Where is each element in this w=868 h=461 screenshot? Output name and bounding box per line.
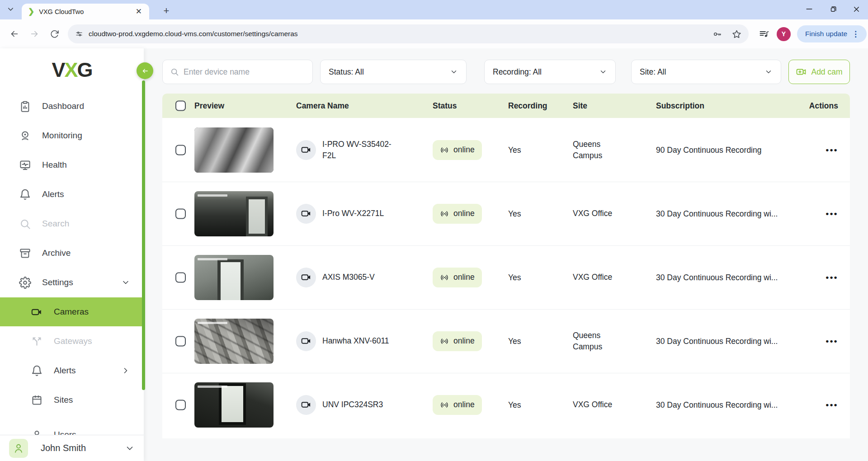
row-actions-menu[interactable]: ••• <box>826 336 838 346</box>
header-subscription: Subscription <box>656 101 704 111</box>
subscription-value: 30 Day Continuous Recording wi... <box>656 209 778 218</box>
sidebar-item-cameras[interactable]: Cameras <box>0 297 144 326</box>
video-camera-icon <box>296 395 316 415</box>
finish-update-button[interactable]: Finish update ⋮ <box>797 25 867 42</box>
new-tab-button[interactable]: + <box>159 4 174 18</box>
status-badge: online <box>433 204 482 224</box>
recording-value: Yes <box>508 273 521 282</box>
sidebar-item-settings[interactable]: Settings <box>0 268 144 297</box>
browser-tab-strip: ❯ VXG CloudTwo ✕ + <box>0 0 868 19</box>
recording-value: Yes <box>508 145 521 155</box>
url-text: cloudtwo-prod.vxgdemo.cloud-vms.com/cust… <box>89 30 712 38</box>
back-button[interactable] <box>5 24 24 44</box>
broadcast-icon <box>440 146 449 155</box>
window-restore-button[interactable] <box>821 0 844 18</box>
camera-name: I-Pro WV-X2271L <box>322 208 384 219</box>
camera-thumbnail[interactable] <box>194 127 274 173</box>
tab-close-icon[interactable]: ✕ <box>133 6 145 17</box>
recording-value: Yes <box>508 336 521 346</box>
subscription-value: 30 Day Continuous Recording wi... <box>656 273 778 282</box>
sidebar-scrollbar[interactable] <box>142 80 145 390</box>
video-camera-icon <box>296 331 316 351</box>
site-filter-dropdown[interactable]: Site: All <box>631 60 781 84</box>
chevron-down-icon <box>121 278 130 287</box>
url-bar[interactable]: cloudtwo-prod.vxgdemo.cloud-vms.com/cust… <box>68 24 749 43</box>
broadcast-icon <box>440 209 449 218</box>
row-actions-menu[interactable]: ••• <box>826 209 838 219</box>
site-value: VXG Office <box>573 208 612 219</box>
sidebar-item-health[interactable]: Health <box>0 151 144 179</box>
sidebar-item-gateways[interactable]: Gateways <box>0 327 144 356</box>
sidebar-item-alerts[interactable]: Alerts <box>0 180 144 209</box>
sidebar-item-archive[interactable]: Archive <box>0 239 144 268</box>
browser-tab[interactable]: ❯ VXG CloudTwo ✕ <box>22 4 149 19</box>
sidebar-item-alerts-settings[interactable]: Alerts <box>0 356 144 385</box>
window-close-button[interactable] <box>844 0 868 18</box>
window-minimize-button[interactable] <box>797 0 821 18</box>
row-checkbox[interactable] <box>175 272 186 282</box>
tab-search-chevron-icon[interactable] <box>6 5 15 14</box>
status-badge: online <box>433 331 482 351</box>
camera-thumbnail[interactable] <box>194 382 274 428</box>
camera-thumbnail[interactable] <box>194 319 274 364</box>
site-value: Queens Campus <box>573 138 620 161</box>
sidebar-collapse-button[interactable] <box>137 62 153 79</box>
device-search-field[interactable] <box>162 60 313 84</box>
bookmark-star-icon[interactable] <box>732 29 741 39</box>
search-icon <box>19 218 31 230</box>
user-name: John Smith <box>41 443 112 453</box>
site-value: VXG Office <box>573 272 612 283</box>
user-avatar-icon <box>9 439 28 458</box>
row-actions-menu[interactable]: ••• <box>826 145 838 155</box>
site-info-icon[interactable] <box>75 30 83 38</box>
row-checkbox[interactable] <box>175 400 186 410</box>
status-text: online <box>453 336 475 346</box>
status-text: online <box>453 400 475 409</box>
camera-thumbnail[interactable] <box>194 191 274 236</box>
row-actions-menu[interactable]: ••• <box>826 273 838 282</box>
sidebar-item-monitoring[interactable]: Monitoring <box>0 121 144 150</box>
sidebar-item-label: Monitoring <box>42 131 82 141</box>
row-checkbox[interactable] <box>175 145 186 155</box>
bell-icon <box>19 188 31 201</box>
browser-menu-icon[interactable]: ⋮ <box>847 29 864 39</box>
chevron-down-icon <box>599 68 607 76</box>
header-camera-name: Camera Name <box>296 101 349 111</box>
search-input[interactable] <box>184 67 305 77</box>
search-icon <box>170 67 179 76</box>
add-cam-button[interactable]: Add cam <box>788 60 850 84</box>
status-badge: online <box>433 140 482 160</box>
select-all-checkbox[interactable] <box>175 101 186 111</box>
sidebar-item-search[interactable]: Search <box>0 209 144 238</box>
table-row: I-PRO WV-S35402-F2L online Yes Queens Ca… <box>162 118 850 182</box>
profile-avatar[interactable]: Y <box>777 27 791 41</box>
table-header: Preview Camera Name Status Recording Sit… <box>162 94 850 118</box>
recording-filter-dropdown[interactable]: Recording: All <box>484 60 616 84</box>
tab-title: VXG CloudTwo <box>39 8 133 15</box>
status-filter-dropdown[interactable]: Status: All <box>320 60 467 84</box>
sidebar-item-label: Alerts <box>54 366 76 376</box>
forward-button[interactable] <box>24 24 44 44</box>
add-cam-label: Add cam <box>811 67 842 77</box>
sidebar-item-label: Settings <box>42 278 73 287</box>
table-row: I-Pro WV-X2271L online Yes VXG Office 30… <box>162 182 850 245</box>
password-key-icon[interactable] <box>712 29 722 39</box>
media-playlist-icon[interactable] <box>759 28 769 39</box>
status-filter-value: Status: All <box>329 67 364 77</box>
sidebar-item-label: Search <box>42 219 69 229</box>
video-camera-icon <box>296 204 316 224</box>
broadcast-icon <box>440 337 449 346</box>
camera-thumbnail[interactable] <box>194 255 274 300</box>
user-menu[interactable]: John Smith <box>0 435 144 461</box>
row-checkbox[interactable] <box>175 208 186 219</box>
status-text: online <box>453 209 475 218</box>
reload-button[interactable] <box>44 24 64 44</box>
recording-value: Yes <box>508 400 521 409</box>
sidebar-item-sites[interactable]: Sites <box>0 386 144 414</box>
row-checkbox[interactable] <box>175 336 186 346</box>
subscription-value: 30 Day Continuous Recording wi... <box>656 336 778 346</box>
row-actions-menu[interactable]: ••• <box>826 400 838 410</box>
calendar-window-icon <box>31 394 43 406</box>
sidebar-item-dashboard[interactable]: Dashboard <box>0 92 144 121</box>
broadcast-icon <box>440 400 449 409</box>
